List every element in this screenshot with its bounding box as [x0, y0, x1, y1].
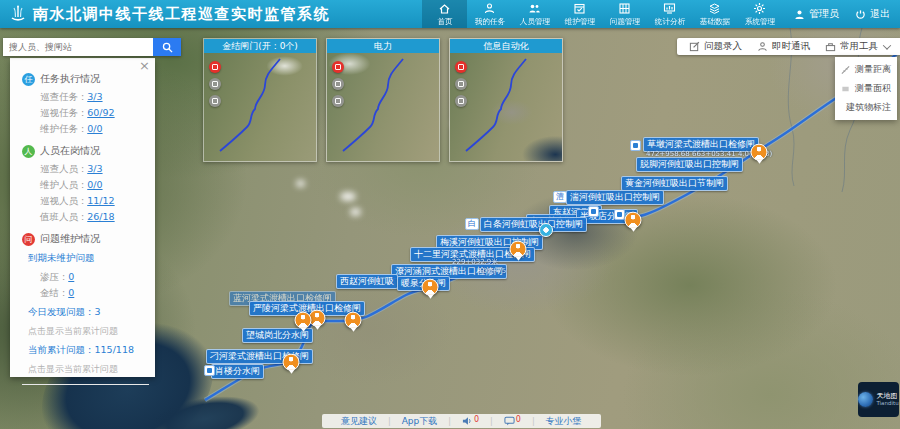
area-icon [841, 84, 850, 94]
stat-value-link[interactable]: 0 [68, 271, 74, 282]
search-icon [162, 42, 173, 53]
nav-item-home[interactable]: 首页 [422, 0, 467, 28]
legend-layer-button[interactable] [455, 78, 467, 90]
staff-icon: 人 [22, 145, 35, 158]
inspector-marker[interactable] [510, 241, 527, 258]
legend-alarm-button[interactable] [332, 61, 344, 73]
stat-value-link[interactable]: 0 [68, 287, 74, 298]
nav-item-problems[interactable]: 问题管理 [602, 0, 647, 28]
legend-alarm-button[interactable] [209, 61, 221, 73]
logout-button[interactable]: 退出 [870, 7, 890, 21]
section-title: 问题维护情况 [40, 232, 100, 246]
stat-row: 巡查任务3/3 [40, 91, 149, 104]
main-nav: 首页 我的任务 人员管理 维护管理 问题管理 统计分析 [422, 0, 782, 28]
legend-layer-button[interactable] [209, 95, 221, 107]
map-mini-tag[interactable]: 澧 [553, 191, 567, 203]
legend-layer-button[interactable] [209, 78, 221, 90]
today-problems-link[interactable]: 今日发现问题：3 [28, 306, 149, 319]
map-label-gate[interactable]: 肖楼分水闸 [211, 364, 264, 379]
map-sublabel-chainage: 229+032.9米 [452, 258, 498, 266]
problem-entry-button[interactable]: 问题录入 [689, 40, 742, 53]
home-icon [438, 2, 451, 15]
legend-layer-button[interactable] [332, 95, 344, 107]
nav-item-system[interactable]: 系统管理 [737, 0, 782, 28]
tools-icon [825, 41, 836, 52]
inspector-marker[interactable] [283, 354, 300, 371]
stat-value-link[interactable]: 3/3 [87, 163, 102, 174]
mini-map [204, 53, 316, 161]
common-tools-button[interactable]: 常用工具 [825, 40, 890, 53]
inspector-marker[interactable] [345, 312, 362, 329]
divider [22, 384, 149, 385]
power-icon [855, 9, 866, 20]
section-title: 任务执行情况 [40, 72, 100, 86]
gate-icon[interactable] [614, 209, 625, 220]
map-mini-tag[interactable]: 白 [465, 218, 479, 230]
map-label-gate[interactable]: 湍河倒虹吸出口控制闸 [566, 190, 664, 205]
gate-icon[interactable] [630, 140, 641, 151]
measure-distance-item[interactable]: 测量距离 [835, 60, 897, 79]
gate-icon[interactable] [204, 365, 215, 376]
gear-icon [753, 2, 766, 15]
expired-problems-link[interactable]: 到期未维护问题 [28, 252, 149, 265]
map-label-gate[interactable]: 西赵河倒虹吸 [336, 274, 398, 289]
map-sublabel-chainage: 107+75 [478, 267, 506, 275]
map-label-gate[interactable]: 白条河倒虹吸出口控制闸 [480, 217, 587, 232]
mini-panel-title: 信息自动化 [450, 39, 562, 53]
layers-icon [708, 2, 721, 15]
stat-row: 渗压0 [40, 271, 149, 284]
search-input[interactable] [3, 38, 153, 56]
expert-service-link[interactable]: 专业小堡 [535, 415, 593, 428]
search-button[interactable] [153, 38, 181, 56]
section-task-header: 任 任务执行情况 [22, 72, 149, 86]
mini-panel-title: 电力 [327, 39, 439, 53]
gate-icon[interactable] [588, 206, 599, 217]
fountain-logo-icon [8, 4, 28, 24]
stat-value-link[interactable]: 11/12 [87, 195, 114, 206]
legend-alarm-button[interactable] [455, 61, 467, 73]
building-annotation-item[interactable]: 建筑物标注 [835, 98, 897, 117]
app-root: 草墩河梁式渡槽出口检修闸脱脚河倒虹吸出口控制闸黄金河倒虹吸出口节制闸湍河倒虹吸出… [0, 0, 900, 429]
nav-item-my-tasks[interactable]: 我的任务 [467, 0, 512, 28]
feedback-link[interactable]: 意见建议 [330, 415, 388, 428]
instant-message-button[interactable]: 即时通讯 [757, 40, 810, 53]
calendar-check-icon [573, 2, 586, 15]
people-icon [528, 2, 541, 15]
station-marker[interactable] [539, 223, 553, 237]
inspector-marker[interactable] [751, 144, 768, 161]
nav-item-maintenance[interactable]: 维护管理 [557, 0, 602, 28]
legend-layer-button[interactable] [332, 78, 344, 90]
section-title: 人员在岗情况 [40, 144, 100, 158]
map-label-gate[interactable]: 黄金河倒虹吸出口节制闸 [621, 176, 728, 191]
inspector-marker[interactable] [422, 279, 439, 296]
announcement-button[interactable]: 0 [451, 416, 490, 426]
stat-value-link[interactable]: 0/0 [87, 179, 102, 190]
hint-text: 点击显示当前累计问题 [28, 363, 149, 376]
close-icon[interactable]: × [139, 59, 150, 73]
mini-panel-info[interactable]: 信息自动化 [449, 38, 563, 162]
measure-area-item[interactable]: 测量面积 [835, 79, 897, 98]
stat-value-link[interactable]: 26/18 [87, 211, 114, 222]
mini-map [327, 53, 439, 161]
nav-item-base-data[interactable]: 基础数据 [692, 0, 737, 28]
mini-panel-power[interactable]: 电力 [326, 38, 440, 162]
chat-bubble-icon [504, 416, 515, 426]
person-icon [757, 41, 768, 52]
map-label-gate[interactable]: 脱脚河倒虹吸出口控制闸 [636, 157, 743, 172]
inspector-marker[interactable] [295, 312, 312, 329]
legend-layer-button[interactable] [455, 95, 467, 107]
app-download-link[interactable]: App下载 [391, 415, 449, 428]
stat-value-link[interactable]: 60/92 [87, 107, 114, 118]
user-area: 管理员 退出 [782, 0, 900, 28]
current-user[interactable]: 管理员 [809, 7, 839, 21]
stat-value-link[interactable]: 3/3 [87, 91, 102, 102]
message-button[interactable]: 0 [493, 416, 532, 426]
stat-value-link[interactable]: 0/0 [87, 123, 102, 134]
mini-panel-gates[interactable]: 金结闸门(开：0个) [203, 38, 317, 162]
mini-canal [450, 53, 562, 161]
chart-monitor-icon [663, 2, 676, 15]
nav-item-statistics[interactable]: 统计分析 [647, 0, 692, 28]
inspector-marker[interactable] [625, 212, 642, 229]
total-problems-link[interactable]: 当前累计问题：115/118 [28, 344, 149, 357]
nav-item-personnel[interactable]: 人员管理 [512, 0, 557, 28]
